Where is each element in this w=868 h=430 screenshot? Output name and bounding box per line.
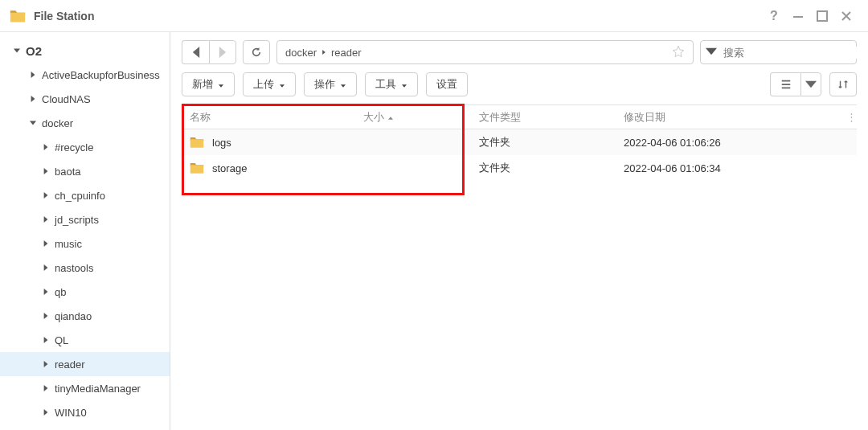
chevron-down-icon xyxy=(218,79,224,91)
tree-label: nastools xyxy=(55,262,93,274)
caret-right-icon xyxy=(27,72,39,78)
tree-item-tinymediamanager[interactable]: tinyMediaManager xyxy=(0,376,170,400)
file-type: 文件夹 xyxy=(471,161,616,175)
sort-button[interactable] xyxy=(829,72,857,96)
caret-right-icon xyxy=(40,289,51,295)
caret-down-icon xyxy=(11,47,23,54)
tree-label: qb xyxy=(55,286,66,298)
caret-right-icon xyxy=(40,385,51,391)
nav-back-button[interactable] xyxy=(182,40,209,64)
col-type-header[interactable]: 文件类型 xyxy=(471,110,616,125)
file-table: 名称 大小 文件类型 修改日期 ⋮ logs文件夹2022-04-06 01:0… xyxy=(182,104,857,430)
help-button[interactable]: ? xyxy=(762,4,786,28)
tree-root[interactable]: O2 xyxy=(0,39,170,63)
new-button[interactable]: 新增 xyxy=(182,72,235,96)
tree-label: docker xyxy=(42,117,73,129)
close-button[interactable] xyxy=(834,4,858,28)
tree-item-qiandao[interactable]: qiandao xyxy=(0,304,170,328)
folder-icon xyxy=(190,136,204,149)
breadcrumb[interactable]: docker reader xyxy=(276,40,694,64)
chevron-down-icon xyxy=(401,79,407,91)
table-row[interactable]: logs文件夹2022-04-06 01:06:26 xyxy=(182,129,857,155)
search-dropdown-icon[interactable] xyxy=(706,46,717,59)
tree-label: music xyxy=(55,238,82,250)
settings-button[interactable]: 设置 xyxy=(426,72,468,96)
caret-down-icon xyxy=(27,120,39,126)
caret-right-icon xyxy=(27,96,39,102)
tree-label: jd_scripts xyxy=(55,214,99,226)
tree-label: #recycle xyxy=(55,141,93,154)
chevron-down-icon xyxy=(279,79,285,91)
col-more-button[interactable]: ⋮ xyxy=(837,111,857,123)
tree-item-cloudnas[interactable]: CloudNAS xyxy=(0,87,170,111)
tree-item-ql[interactable]: QL xyxy=(0,328,170,352)
tree-label: QL xyxy=(55,334,68,346)
caret-right-icon xyxy=(40,361,51,367)
app-title: File Station xyxy=(34,10,94,23)
file-name: logs xyxy=(212,137,231,149)
tree-label: tinyMediaManager xyxy=(55,383,141,395)
table-row[interactable]: storage文件夹2022-04-06 01:06:34 xyxy=(182,155,857,181)
tree-item-#recycle[interactable]: #recycle xyxy=(0,135,170,159)
tree-item-activebackup[interactable]: ActiveBackupforBusiness xyxy=(0,63,170,87)
btn-label: 操作 xyxy=(314,77,335,92)
minimize-button[interactable] xyxy=(786,4,810,28)
caret-right-icon xyxy=(40,313,51,319)
btn-label: 新增 xyxy=(192,77,213,92)
sort-asc-icon xyxy=(387,111,394,123)
tree-item-nastools[interactable]: nastools xyxy=(0,256,170,280)
chevron-right-icon xyxy=(321,48,326,56)
tree-item-docker[interactable]: docker xyxy=(0,111,170,135)
view-dropdown-button[interactable] xyxy=(800,72,821,96)
search-input[interactable] xyxy=(723,47,858,59)
btn-label: 工具 xyxy=(375,77,396,92)
tree-item-baota[interactable]: baota xyxy=(0,159,170,183)
maximize-button[interactable] xyxy=(810,4,834,28)
tree-item-qb[interactable]: qb xyxy=(0,280,170,304)
tree-item-reader[interactable]: reader xyxy=(0,352,170,376)
tree-label: baota xyxy=(55,166,81,178)
refresh-button[interactable] xyxy=(243,40,270,64)
breadcrumb-part[interactable]: reader xyxy=(331,47,362,59)
col-size-header[interactable]: 大小 xyxy=(355,110,471,125)
file-type: 文件夹 xyxy=(471,135,616,149)
btn-label: 上传 xyxy=(253,77,274,92)
file-modified: 2022-04-06 01:06:26 xyxy=(616,137,837,149)
svg-rect-1 xyxy=(817,11,827,21)
caret-right-icon xyxy=(40,409,51,416)
folder-tree: O2 ActiveBackupforBusiness CloudNAS dock… xyxy=(0,32,170,430)
caret-right-icon xyxy=(40,337,51,343)
tree-root-label: O2 xyxy=(26,44,42,58)
caret-right-icon xyxy=(40,168,51,174)
search-box[interactable] xyxy=(700,40,857,64)
tree-label: qiandao xyxy=(55,310,92,322)
chevron-down-icon xyxy=(340,79,346,91)
tools-button[interactable]: 工具 xyxy=(365,72,418,96)
col-date-header[interactable]: 修改日期 xyxy=(616,110,837,125)
nav-forward-button[interactable] xyxy=(209,40,236,64)
caret-right-icon xyxy=(40,240,51,247)
app-folder-icon xyxy=(10,9,26,23)
tree-item-ch_cpuinfo[interactable]: ch_cpuinfo xyxy=(0,183,170,207)
view-list-button[interactable] xyxy=(770,72,800,96)
file-modified: 2022-04-06 01:06:34 xyxy=(616,162,837,174)
breadcrumb-part[interactable]: docker xyxy=(285,47,317,59)
tree-item-jd_scripts[interactable]: jd_scripts xyxy=(0,207,170,231)
btn-label: 设置 xyxy=(436,77,457,92)
nav-history-group xyxy=(182,40,236,64)
upload-button[interactable]: 上传 xyxy=(243,72,296,96)
title-bar: File Station ? xyxy=(0,0,868,32)
tree-label: CloudNAS xyxy=(42,93,91,105)
main-panel: docker reader 新增 上传 操作 工具 设置 xyxy=(170,32,868,430)
file-name: storage xyxy=(212,162,247,174)
action-button[interactable]: 操作 xyxy=(304,72,357,96)
col-name-header[interactable]: 名称 xyxy=(182,110,355,125)
tree-item-music[interactable]: music xyxy=(0,231,170,256)
caret-right-icon xyxy=(40,144,51,150)
table-header: 名称 大小 文件类型 修改日期 ⋮ xyxy=(182,105,857,129)
tree-label: WIN10 xyxy=(55,407,87,419)
favorite-star-icon[interactable] xyxy=(672,45,685,60)
caret-right-icon xyxy=(40,264,51,271)
tree-item-win10[interactable]: WIN10 xyxy=(0,400,170,424)
tree-label: ch_cpuinfo xyxy=(55,190,105,202)
